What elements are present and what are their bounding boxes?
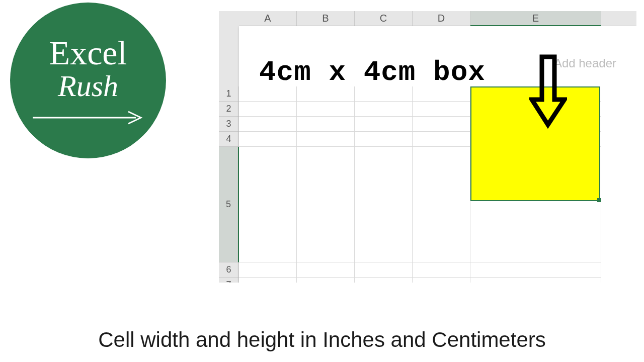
column-header-D[interactable]: D [413, 11, 470, 26]
cell[interactable] [239, 102, 297, 117]
cell[interactable] [297, 132, 355, 147]
column-header-B[interactable]: B [297, 11, 355, 26]
cell[interactable] [239, 86, 297, 102]
column-header-A[interactable]: A [239, 11, 297, 26]
row-header-1[interactable]: 1 [219, 86, 239, 102]
row-header-7[interactable]: 7 [219, 278, 239, 283]
annotation-text: 4cm x 4cm box [259, 56, 486, 88]
logo-text-line1: Excel [49, 36, 127, 70]
cell[interactable] [355, 262, 413, 278]
cell[interactable] [470, 278, 601, 283]
logo-text-line2: Rush [58, 71, 118, 101]
spreadsheet-area: ABCDE 1234567 Add header [219, 11, 636, 283]
arrow-down-icon [529, 54, 567, 130]
cell[interactable] [239, 278, 297, 283]
cell[interactable] [239, 132, 297, 147]
cell[interactable] [413, 102, 470, 117]
cell[interactable] [297, 102, 355, 117]
column-header-E[interactable]: E [470, 11, 601, 26]
cell[interactable] [239, 147, 297, 262]
cell[interactable] [297, 262, 355, 278]
cell[interactable] [297, 86, 355, 102]
row-header-3[interactable]: 3 [219, 117, 239, 132]
grid-row [239, 262, 636, 278]
cell[interactable] [355, 132, 413, 147]
cell[interactable] [239, 117, 297, 132]
row-header-2[interactable]: 2 [219, 102, 239, 117]
grid-row [239, 278, 636, 283]
cell[interactable] [297, 117, 355, 132]
row-headers: 1234567 [219, 86, 239, 283]
cell[interactable] [355, 278, 413, 283]
arrow-right-icon [30, 110, 146, 125]
cell[interactable] [413, 262, 470, 278]
cell[interactable] [297, 147, 355, 262]
cell[interactable] [470, 262, 601, 278]
cell[interactable] [413, 147, 470, 262]
row-header-5[interactable]: 5 [219, 147, 239, 262]
svg-marker-1 [532, 57, 565, 125]
cell[interactable] [355, 102, 413, 117]
cell[interactable] [355, 147, 413, 262]
cell[interactable] [355, 86, 413, 102]
cell[interactable] [355, 117, 413, 132]
cell[interactable] [413, 278, 470, 283]
row-header-6[interactable]: 6 [219, 262, 239, 278]
excel-rush-logo: Excel Rush [10, 3, 166, 158]
cell[interactable] [239, 262, 297, 278]
cell[interactable] [297, 278, 355, 283]
row-header-4[interactable]: 4 [219, 132, 239, 147]
cell[interactable] [413, 132, 470, 147]
caption-text: Cell width and height in Inches and Cent… [0, 328, 644, 352]
column-header-C[interactable]: C [355, 11, 413, 26]
cell[interactable] [413, 86, 470, 102]
cell[interactable] [413, 117, 470, 132]
column-headers: ABCDE [239, 11, 636, 26]
